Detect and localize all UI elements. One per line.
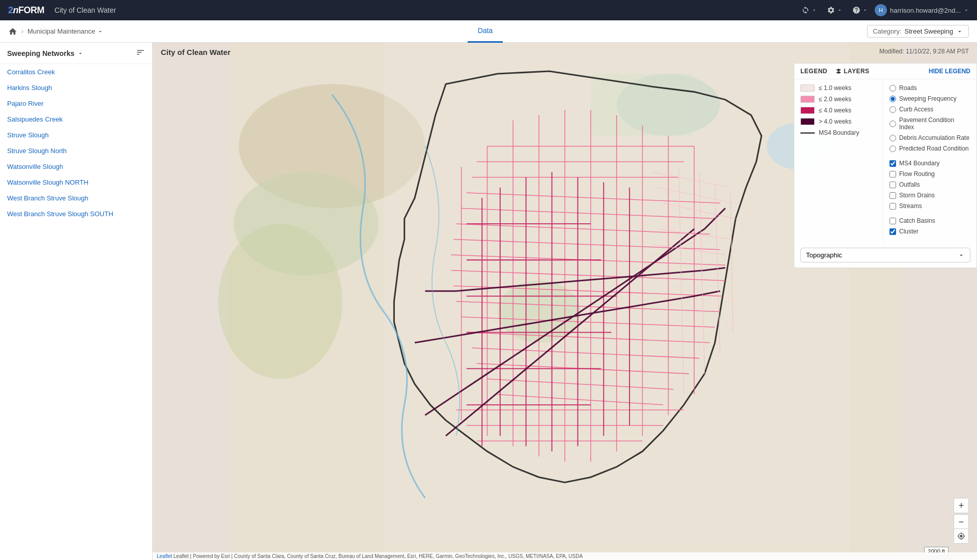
locate-button[interactable] xyxy=(954,528,969,544)
sidebar-item-struve-slough-north[interactable]: Struve Slough North xyxy=(0,143,152,159)
legend-ms4: MS4 Boundary xyxy=(800,129,877,136)
layer-item-debris-accumulation-rate: Debris Accumulation Rate xyxy=(889,134,970,141)
settings-button[interactable] xyxy=(824,4,845,16)
legend-title: LEGEND xyxy=(800,68,827,75)
sidebar-item-watsonville-slough-north[interactable]: Watsonville Slough NORTH xyxy=(0,174,152,190)
legend-header-left: LEGEND LAYERS xyxy=(800,68,870,75)
layer-radio-roads[interactable] xyxy=(889,85,896,92)
legend-ms4-label: MS4 Boundary xyxy=(819,129,859,136)
legend-item-lte-2-week: ≤ 2.0 weeks xyxy=(800,96,877,103)
layer-item-storm-drains: Storm Drains xyxy=(889,192,970,199)
legend-item-lte-4-week: ≤ 4.0 weeks xyxy=(800,107,877,114)
sidebar-header: Sweeping Networks xyxy=(0,43,152,64)
category-label: Category: xyxy=(873,27,901,35)
sidebar-item-harkins-slough[interactable]: Harkins Slough xyxy=(0,80,152,96)
legend-label-gt-4-week: > 4.0 weeks xyxy=(819,118,851,125)
layer-checkbox-cluster[interactable] xyxy=(889,228,896,235)
layer-label-pavement-condition-index: Pavement Condition Index xyxy=(899,116,970,131)
layer-checkbox-streams[interactable] xyxy=(889,203,896,210)
layer-label-storm-drains: Storm Drains xyxy=(899,192,935,199)
sidebar-sort-button[interactable] xyxy=(136,48,145,58)
layer-label-catch-basins: Catch Basins xyxy=(899,217,935,224)
layer-item-outfalls: Outfalls xyxy=(889,181,970,188)
leaflet-link[interactable]: Leaflet xyxy=(157,553,172,559)
layer-item-streams: Streams xyxy=(889,202,970,210)
layers-title: LAYERS xyxy=(836,68,870,75)
layer-checkbox-catch-basins[interactable] xyxy=(889,218,896,224)
legend-label-lte-4-week: ≤ 4.0 weeks xyxy=(819,107,851,114)
brand-logo: 2nFORM xyxy=(8,5,44,16)
layer-radio-curb-access[interactable] xyxy=(889,106,896,113)
app-title: City of Clean Water xyxy=(54,6,116,14)
layer-group-1: RoadsSweeping FrequencyCurb AccessPaveme… xyxy=(889,84,970,152)
layer-radio-sweeping-frequency[interactable] xyxy=(889,96,896,102)
help-button[interactable] xyxy=(849,4,871,16)
layer-checkbox-ms4-boundary[interactable] xyxy=(889,160,896,167)
legend-panel: LEGEND LAYERS HIDE LEGEND ≤ 1.0 weeks≤ 2… xyxy=(794,63,977,268)
subnav-tabs: Data xyxy=(468,20,503,43)
layer-label-outfalls: Outfalls xyxy=(899,181,920,188)
legend-label-lte-1-week: ≤ 1.0 weeks xyxy=(819,84,851,92)
layer-label-predicted-road-condition: Predicted Road Condition xyxy=(899,145,969,152)
layer-label-streams: Streams xyxy=(899,202,922,210)
layer-item-cluster: Cluster xyxy=(889,228,970,235)
tab-data[interactable]: Data xyxy=(468,20,503,43)
sidebar-items: Corralitos CreekHarkins SloughPajaro Riv… xyxy=(0,64,152,222)
legend-item-gt-4-week: > 4.0 weeks xyxy=(800,118,877,125)
sidebar-item-watsonville-slough[interactable]: Watsonville Slough xyxy=(0,159,152,174)
map-modified: Modified: 11/10/22, 9:28 AM PST xyxy=(879,48,969,55)
sidebar: Sweeping Networks Corralitos CreekHarkin… xyxy=(0,43,153,560)
home-button[interactable] xyxy=(8,27,17,36)
breadcrumb-link[interactable]: Municipal Maintenance xyxy=(27,27,103,35)
legend-swatch-gt-4-week xyxy=(800,118,815,125)
category-dropdown[interactable]: Category: Street Sweeping xyxy=(867,25,969,38)
brand-logo-text: 2nFORM xyxy=(8,5,44,16)
topbar-right: H harrison.howard@2nd... xyxy=(798,4,969,16)
layer-label-debris-accumulation-rate: Debris Accumulation Rate xyxy=(899,134,969,141)
map-container[interactable]: City of Clean Water Modified: 11/10/22, … xyxy=(153,43,977,560)
layer-group-separator xyxy=(889,156,970,160)
legend-panel-body: ≤ 1.0 weeks≤ 2.0 weeks≤ 4.0 weeks> 4.0 w… xyxy=(794,79,976,244)
sync-button[interactable] xyxy=(798,4,820,16)
subnav: › Municipal Maintenance Data Category: S… xyxy=(0,20,977,43)
layer-radio-pavement-condition-index[interactable] xyxy=(889,121,896,127)
subnav-left: › Municipal Maintenance xyxy=(8,27,103,36)
sidebar-item-west-branch-struve-slough[interactable]: West Branch Struve Slough xyxy=(0,190,152,206)
layer-item-curb-access: Curb Access xyxy=(889,106,970,113)
layer-checkbox-flow-routing[interactable] xyxy=(889,171,896,178)
zoom-in-button[interactable]: + xyxy=(954,498,969,513)
layer-item-ms4-boundary: MS4 Boundary xyxy=(889,160,970,167)
sidebar-item-corralitos-creek[interactable]: Corralitos Creek xyxy=(0,64,152,80)
breadcrumb-label: Municipal Maintenance xyxy=(27,27,95,35)
layer-item-catch-basins: Catch Basins xyxy=(889,217,970,224)
layer-item-predicted-road-condition: Predicted Road Condition xyxy=(889,145,970,152)
layer-item-roads: Roads xyxy=(889,84,970,92)
user-button[interactable]: H harrison.howard@2nd... xyxy=(875,4,969,16)
layer-label-flow-routing: Flow Routing xyxy=(899,170,935,178)
layer-group-separator-2 xyxy=(889,213,970,217)
breadcrumb-separator: › xyxy=(21,28,23,35)
zoom-out-button[interactable]: − xyxy=(954,514,969,529)
topbar: 2nFORM City of Clean Water H harrison.ho… xyxy=(0,0,977,20)
basemap-label: Topographic xyxy=(806,251,842,259)
legend-swatch-lte-4-week xyxy=(800,107,815,114)
map-attribution: Leaflet Leaflet | Powered by Esri | Coun… xyxy=(153,552,977,560)
sidebar-item-salsipuedes-creek[interactable]: Salsipuedes Creek xyxy=(0,111,152,127)
legend-panel-header: LEGEND LAYERS HIDE LEGEND xyxy=(794,64,976,79)
legend-swatch-lte-2-week xyxy=(800,96,815,103)
sidebar-item-pajaro-river[interactable]: Pajaro River xyxy=(0,96,152,111)
layer-checkbox-storm-drains[interactable] xyxy=(889,192,896,199)
sidebar-title: Sweeping Networks xyxy=(7,49,74,57)
layer-radio-predicted-road-condition[interactable] xyxy=(889,145,896,152)
basemap-dropdown[interactable]: Topographic xyxy=(800,248,970,262)
layer-checkbox-outfalls[interactable] xyxy=(889,182,896,188)
hide-legend-button[interactable]: HIDE LEGEND xyxy=(929,68,970,75)
layer-radio-debris-accumulation-rate[interactable] xyxy=(889,135,896,141)
sidebar-item-struve-slough[interactable]: Struve Slough xyxy=(0,127,152,143)
zoom-controls: + − xyxy=(954,498,969,529)
attribution-text: Leaflet | Powered by Esri | County of Sa… xyxy=(174,553,583,559)
svg-point-3 xyxy=(218,224,342,379)
sidebar-title-button[interactable]: Sweeping Networks xyxy=(7,49,83,57)
sidebar-item-west-branch-struve-slough-south[interactable]: West Branch Struve Slough SOUTH xyxy=(0,206,152,222)
layer-label-cluster: Cluster xyxy=(899,228,918,235)
